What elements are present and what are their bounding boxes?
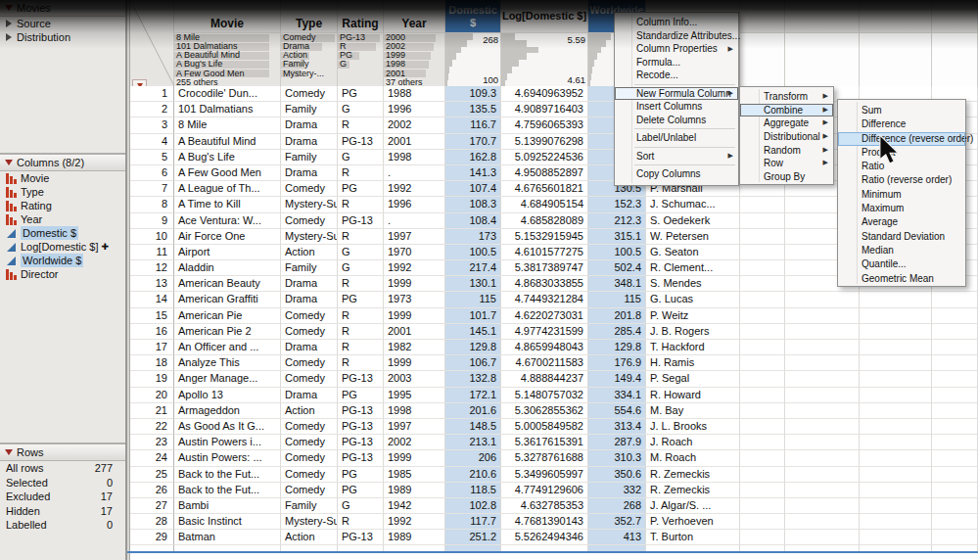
empty-cell[interactable] bbox=[785, 514, 860, 530]
table-cell[interactable]: Air Force One bbox=[174, 229, 281, 245]
table-cell[interactable]: Drama bbox=[281, 388, 338, 403]
red-triangle-menu-icon[interactable] bbox=[5, 5, 13, 11]
table-cell[interactable]: 1992 bbox=[384, 181, 445, 197]
table-cell[interactable]: 348.1 bbox=[588, 276, 646, 292]
table-cell[interactable]: Back to the Fut... bbox=[174, 483, 281, 498]
table-cell[interactable]: Comedy bbox=[281, 324, 338, 340]
menu-item-geometric-mean[interactable]: Geometric Mean bbox=[838, 272, 965, 286]
table-cell[interactable]: PG bbox=[338, 292, 384, 307]
empty-cell[interactable] bbox=[740, 213, 785, 229]
table-cell[interactable]: R bbox=[338, 165, 384, 181]
row-number-cell[interactable]: 3 bbox=[130, 117, 174, 133]
table-cell[interactable]: 2001 bbox=[384, 324, 445, 340]
table-cell[interactable]: H. Ramis bbox=[646, 355, 740, 371]
row-number-cell[interactable]: 6 bbox=[130, 165, 174, 181]
table-cell[interactable]: 502.4 bbox=[588, 260, 646, 276]
empty-cell[interactable] bbox=[785, 450, 860, 466]
table-cell[interactable]: . bbox=[384, 165, 445, 181]
table-cell[interactable]: 2001 bbox=[384, 134, 445, 150]
empty-cell[interactable] bbox=[785, 403, 860, 419]
table-cell[interactable]: 5.3617615391 bbox=[501, 435, 588, 450]
row-number-cell[interactable]: 9 bbox=[130, 213, 174, 229]
table-cell[interactable]: 5.3499605997 bbox=[501, 467, 588, 483]
menu-item-minimum[interactable]: Minimum bbox=[838, 188, 965, 202]
empty-cell[interactable] bbox=[740, 197, 785, 212]
table-cell[interactable]: PG-13 bbox=[338, 213, 384, 229]
table-cell[interactable]: Drama bbox=[281, 117, 338, 133]
table-cell[interactable]: 413 bbox=[588, 530, 646, 545]
table-cell[interactable]: 1996 bbox=[384, 102, 445, 117]
empty-cell[interactable] bbox=[932, 483, 978, 498]
table-cell[interactable]: 332 bbox=[588, 483, 646, 498]
table-cell[interactable]: Drama bbox=[281, 134, 338, 150]
row-number-cell[interactable]: 20 bbox=[130, 388, 174, 403]
empty-cell[interactable] bbox=[932, 498, 978, 514]
table-cell[interactable]: 1970 bbox=[384, 245, 445, 260]
table-cell[interactable]: 152.3 bbox=[588, 197, 646, 212]
table-cell[interactable]: 4.6101577275 bbox=[501, 245, 588, 260]
table-cell[interactable]: R. Clement... bbox=[646, 260, 740, 276]
table-cell[interactable]: S. Oedekerk bbox=[646, 213, 740, 229]
table-cell[interactable]: A Beautiful Mind bbox=[174, 134, 281, 150]
menu-item-column-info-[interactable]: Column Info... bbox=[615, 16, 738, 29]
column-header-movie[interactable]: Movie8 Mile101 DalmatiansA Beautiful Min… bbox=[174, 0, 281, 86]
empty-cell[interactable] bbox=[860, 467, 932, 483]
table-cell[interactable]: Aladdin bbox=[174, 260, 281, 276]
row-number-header[interactable] bbox=[130, 0, 174, 86]
table-cell[interactable]: R bbox=[338, 276, 384, 292]
table-cell[interactable]: 201.8 bbox=[588, 308, 646, 324]
menu-item-column-properties[interactable]: Column Properties▶ bbox=[615, 42, 738, 56]
table-cell[interactable]: As Good As It G... bbox=[174, 419, 281, 435]
table-cell[interactable]: P. Verhoeven bbox=[646, 514, 740, 530]
column-list-item[interactable]: Worldwide $ bbox=[0, 254, 125, 267]
header-summary-graph[interactable]: 2000200219991998200137 others bbox=[384, 32, 444, 86]
menu-item-ratio[interactable]: Ratio bbox=[838, 160, 965, 173]
empty-cell[interactable] bbox=[740, 355, 785, 371]
empty-cell[interactable] bbox=[860, 435, 932, 450]
sidebar-item-source[interactable]: Source bbox=[0, 17, 125, 30]
table-cell[interactable]: PG bbox=[338, 86, 384, 102]
table-cell[interactable]: 141.3 bbox=[445, 165, 501, 181]
table-cell[interactable]: G bbox=[338, 498, 384, 514]
table-cell[interactable]: 5.3062855362 bbox=[501, 403, 588, 419]
table-cell[interactable]: Bambi bbox=[174, 498, 281, 514]
menu-item-maximum[interactable]: Maximum bbox=[838, 202, 965, 215]
table-cell[interactable]: 4.7449321284 bbox=[501, 292, 588, 307]
table-cell[interactable]: 1989 bbox=[384, 483, 445, 498]
row-number-cell[interactable]: 23 bbox=[130, 435, 174, 450]
table-cell[interactable]: 4.9774231599 bbox=[501, 324, 588, 340]
empty-cell[interactable] bbox=[932, 419, 978, 435]
empty-cell[interactable] bbox=[740, 530, 785, 545]
table-cell[interactable]: R bbox=[338, 117, 384, 133]
menu-item-recode-[interactable]: Recode... bbox=[615, 69, 738, 82]
table-cell[interactable]: 4.8683033855 bbox=[501, 276, 588, 292]
table-cell[interactable]: 5.1399076298 bbox=[501, 134, 588, 150]
empty-cell[interactable] bbox=[860, 388, 932, 403]
empty-cell[interactable] bbox=[860, 324, 932, 340]
table-cell[interactable]: 4.6700211583 bbox=[501, 355, 588, 371]
table-cell[interactable]: 4.685828089 bbox=[501, 213, 588, 229]
empty-cell[interactable] bbox=[932, 467, 978, 483]
table-cell[interactable]: Analyze This bbox=[174, 355, 281, 371]
empty-cell[interactable] bbox=[740, 308, 785, 324]
table-cell[interactable]: 210.6 bbox=[445, 467, 501, 483]
row-number-cell[interactable]: 7 bbox=[130, 181, 174, 197]
table-cell[interactable]: 2003 bbox=[384, 371, 445, 387]
table-cell[interactable]: S. Mendes bbox=[646, 276, 740, 292]
table-cell[interactable]: 108.3 bbox=[445, 197, 501, 212]
table-cell[interactable]: R bbox=[338, 340, 384, 355]
table-cell[interactable]: P. Weitz bbox=[646, 308, 740, 324]
row-number-cell[interactable]: 27 bbox=[130, 498, 174, 514]
table-cell[interactable]: 4.9508852897 bbox=[501, 165, 588, 181]
table-cell[interactable]: Comedy bbox=[281, 86, 338, 102]
menu-item-difference-reverse-order-[interactable]: Difference (reverse order) bbox=[838, 132, 965, 146]
table-cell[interactable]: 115 bbox=[588, 292, 646, 307]
menu-item-row[interactable]: Row▶ bbox=[740, 157, 833, 170]
table-cell[interactable]: 162.8 bbox=[445, 150, 501, 165]
table-cell[interactable]: 100.5 bbox=[588, 245, 646, 260]
table-cell[interactable]: 5.1532915945 bbox=[501, 229, 588, 245]
table-cell[interactable]: W. Petersen bbox=[646, 229, 740, 245]
table-cell[interactable]: 213.1 bbox=[445, 435, 501, 450]
column-header-type[interactable]: TypeComedyDramaActionFamilyMystery-... bbox=[281, 0, 338, 86]
movies-panel-header[interactable]: Movies bbox=[0, 0, 125, 17]
